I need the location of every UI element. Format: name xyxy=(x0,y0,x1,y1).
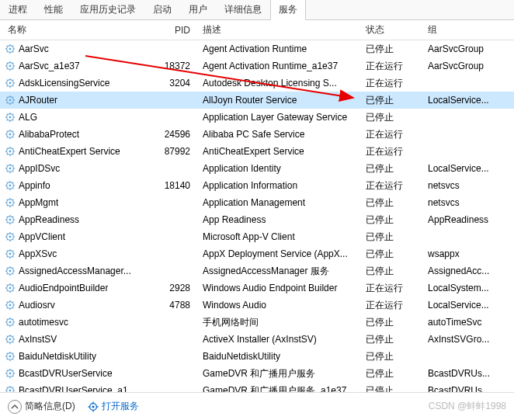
svg-line-119 xyxy=(12,234,13,234)
table-row[interactable]: autotimesvc手机网络时间已停止autoTimeSvc xyxy=(0,314,514,331)
svg-line-88 xyxy=(7,188,8,189)
cell-pid: 18372 xyxy=(155,61,198,71)
cell-status: 已停止 xyxy=(361,333,423,346)
table-row[interactable]: Appinfo18140Application Information正在运行n… xyxy=(0,177,514,194)
svg-line-99 xyxy=(12,200,13,200)
table-row[interactable]: BcastDVRUserServiceGameDVR 和广播用户服务已停止Bca… xyxy=(0,365,514,382)
table-row[interactable]: AppIDSvcApplication Identity已停止LocalServ… xyxy=(0,160,514,177)
table-row[interactable]: AntiCheatExpert Service87992AntiCheatExp… xyxy=(0,143,514,160)
service-name: BcastDVRUserService xyxy=(19,368,113,379)
tab-details[interactable]: 详细信息 xyxy=(216,0,270,19)
service-name: BaiduNetdiskUtility xyxy=(19,351,96,362)
svg-line-197 xyxy=(12,376,13,377)
cell-group: AarSvcGroup xyxy=(423,61,509,71)
col-header-status[interactable]: 状态 xyxy=(361,23,423,36)
svg-point-111 xyxy=(9,236,12,238)
svg-line-209 xyxy=(12,387,13,388)
services-list: AarSvcAgent Activation Runtime已停止AarSvcG… xyxy=(0,40,514,399)
svg-point-1 xyxy=(9,48,12,50)
cell-status: 正在运行 xyxy=(361,145,423,158)
table-row[interactable]: AdskLicensingService3204Autodesk Desktop… xyxy=(0,75,514,92)
table-row[interactable]: AlibabaProtect24596Alibaba PC Safe Servi… xyxy=(0,126,514,143)
svg-line-106 xyxy=(7,217,8,217)
col-header-desc[interactable]: 描述 xyxy=(198,23,361,36)
cell-name: AxInstSV xyxy=(0,334,155,345)
svg-point-161 xyxy=(9,321,12,324)
svg-line-116 xyxy=(7,234,8,234)
cell-desc: Agent Activation Runtime_a1e37 xyxy=(198,61,361,71)
svg-line-137 xyxy=(12,273,13,274)
svg-line-127 xyxy=(12,256,13,257)
open-services-link[interactable]: 打开服务 xyxy=(88,400,139,413)
service-name: AppIDSvc xyxy=(19,163,60,174)
svg-line-76 xyxy=(7,165,8,166)
cell-status: 已停止 xyxy=(361,111,423,124)
tab-performance[interactable]: 性能 xyxy=(36,0,71,19)
service-gear-icon xyxy=(5,266,16,276)
cell-desc: Application Information xyxy=(198,180,361,191)
cell-group: LocalService... xyxy=(423,300,509,311)
svg-line-149 xyxy=(12,285,13,286)
table-row[interactable]: AudioEndpointBuilder2928Windows Audio En… xyxy=(0,279,514,297)
tab-app-history[interactable]: 应用历史记录 xyxy=(71,0,144,19)
service-gear-icon xyxy=(5,334,16,345)
col-header-name[interactable]: 名称 xyxy=(0,23,155,36)
svg-line-198 xyxy=(7,376,8,377)
service-gear-icon xyxy=(5,317,16,328)
svg-point-101 xyxy=(9,219,12,221)
cell-name: Audiosrv xyxy=(0,300,155,311)
svg-point-151 xyxy=(9,304,12,307)
brief-info-toggle[interactable]: 简略信息(D) xyxy=(8,400,75,414)
table-row[interactable]: AppVClientMicrosoft App-V Client已停止 xyxy=(0,228,514,245)
col-header-group[interactable]: 组 xyxy=(423,23,509,36)
cell-desc: Microsoft App-V Client xyxy=(198,231,361,242)
cell-desc: Windows Audio Endpoint Builder xyxy=(198,283,361,293)
cell-group: AssignedAcc... xyxy=(423,266,509,276)
cell-group: AarSvcGroup xyxy=(423,43,509,54)
cell-desc: 手机网络时间 xyxy=(198,316,361,329)
table-row[interactable]: AssignedAccessManager...AssignedAccessMa… xyxy=(0,262,514,279)
cell-desc: AssignedAccessManager 服务 xyxy=(198,265,361,278)
svg-point-41 xyxy=(9,116,12,119)
svg-point-71 xyxy=(9,168,12,170)
table-row[interactable]: AppXSvcAppX Deployment Service (AppX...已… xyxy=(0,245,514,262)
table-row[interactable]: AppMgmtApplication Management已停止netsvcs xyxy=(0,194,514,211)
svg-line-179 xyxy=(12,336,13,337)
service-name: AppMgmt xyxy=(19,197,58,208)
brief-info-label: 简略信息(D) xyxy=(25,400,75,413)
table-row[interactable]: ALGApplication Layer Gateway Service已停止 xyxy=(0,109,514,126)
cell-status: 正在运行 xyxy=(361,60,423,73)
cell-group: wsappx xyxy=(423,248,509,259)
table-row[interactable]: Audiosrv4788Windows Audio正在运行LocalServic… xyxy=(0,297,514,314)
svg-line-29 xyxy=(12,80,13,81)
service-name: AudioEndpointBuilder xyxy=(19,283,108,293)
tab-services[interactable]: 服务 xyxy=(270,0,306,20)
table-row[interactable]: AarSvcAgent Activation Runtime已停止AarSvcG… xyxy=(0,40,514,57)
cell-name: AppReadiness xyxy=(0,214,155,225)
svg-line-58 xyxy=(7,137,8,137)
table-row[interactable]: AarSvc_a1e3718372Agent Activation Runtim… xyxy=(0,57,514,75)
service-gear-icon xyxy=(5,197,16,208)
cell-group: LocalService... xyxy=(423,163,509,174)
table-row[interactable]: AJRouterAllJoyn Router Service已停止LocalSe… xyxy=(0,92,514,109)
service-name: AppXSvc xyxy=(19,248,57,259)
tab-startup[interactable]: 启动 xyxy=(144,0,180,19)
table-row[interactable]: AppReadinessApp Readiness已停止AppReadiness xyxy=(0,211,514,228)
col-header-pid[interactable]: PID xyxy=(155,25,198,36)
svg-point-171 xyxy=(9,338,12,341)
table-row[interactable]: BaiduNetdiskUtilityBaiduNetdiskUtility已停… xyxy=(0,348,514,365)
cell-name: AssignedAccessManager... xyxy=(0,266,155,276)
cell-name: AarSvc xyxy=(0,43,155,54)
tab-processes[interactable]: 进程 xyxy=(0,0,36,19)
service-gear-icon xyxy=(5,43,16,54)
svg-line-129 xyxy=(12,251,13,252)
table-row[interactable]: AxInstSVActiveX Installer (AxInstSV)已停止A… xyxy=(0,331,514,348)
tab-users[interactable]: 用户 xyxy=(180,0,216,19)
svg-line-59 xyxy=(12,131,13,132)
svg-line-47 xyxy=(12,120,13,120)
cell-status: 已停止 xyxy=(361,196,423,210)
cell-desc: Autodesk Desktop Licensing S... xyxy=(198,78,361,89)
service-name: autotimesvc xyxy=(19,317,68,328)
service-gear-icon xyxy=(5,146,16,157)
svg-line-69 xyxy=(12,148,13,149)
